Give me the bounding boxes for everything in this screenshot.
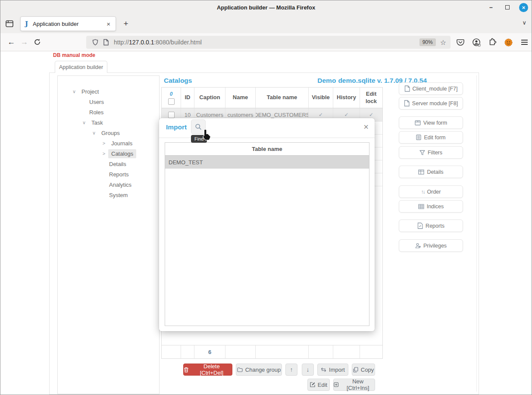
col-header-caption[interactable]: Caption — [194, 88, 225, 108]
import-button[interactable]: Import — [317, 364, 348, 376]
window-title: Application builder — Mozilla Firefox — [217, 4, 315, 11]
tree-label[interactable]: System — [106, 191, 131, 200]
privileges-button[interactable]: Privileges — [399, 239, 463, 252]
browser-tab[interactable]: J Application builder × — [20, 16, 116, 31]
tree-label[interactable]: Groups — [98, 129, 123, 138]
chevron-right-icon[interactable]: > — [101, 141, 107, 146]
tree-label[interactable]: Details — [106, 160, 129, 169]
page-info-icon[interactable] — [103, 39, 109, 46]
maximize-button[interactable] — [503, 3, 512, 12]
back-button[interactable]: ← — [5, 36, 18, 49]
tree-label[interactable]: Project — [78, 87, 102, 96]
menu-icon[interactable] — [519, 38, 529, 47]
chevron-down-icon[interactable]: ∨ — [71, 89, 77, 94]
new-button[interactable]: New [Ctrl+Ins] — [333, 379, 375, 391]
filters-button[interactable]: Filters — [399, 146, 463, 159]
page-content: DB manual mode Application builder ∨ Pro… — [0, 51, 532, 395]
maximize-icon — [505, 5, 510, 9]
reload-button[interactable] — [31, 36, 44, 49]
import-table-row-selected[interactable]: DEMO_TEST — [165, 156, 369, 169]
panel-divider — [476, 75, 477, 392]
zoom-level-badge[interactable]: 90% — [419, 38, 436, 46]
tree-item-task[interactable]: ∨ Task — [81, 118, 106, 127]
close-icon[interactable]: × — [363, 122, 369, 131]
window-titlebar: Application builder — Mozilla Firefox – … — [0, 0, 532, 14]
col-header-history[interactable]: History — [333, 88, 360, 108]
tree-label[interactable]: Users — [86, 97, 107, 107]
forward-button[interactable]: → — [18, 36, 31, 49]
tree-label[interactable]: Roles — [86, 108, 106, 117]
chevron-right-icon[interactable]: > — [101, 151, 107, 156]
indices-button[interactable]: Indices — [399, 200, 463, 213]
addon-icon[interactable] — [504, 38, 513, 47]
chevron-down-icon[interactable]: ∨ — [91, 130, 97, 136]
tree-item-journals[interactable]: > Journals — [101, 139, 135, 147]
tree-item-system[interactable]: System — [106, 191, 131, 199]
arrow-up-icon: ↑ — [290, 366, 293, 373]
edit-button[interactable]: Edit — [307, 379, 330, 391]
extensions-icon[interactable] — [488, 38, 497, 47]
tree-item-users[interactable]: Users — [86, 97, 107, 106]
change-group-button[interactable]: Change group — [236, 364, 282, 376]
pocket-icon[interactable] — [456, 38, 465, 47]
minimize-button[interactable]: – — [486, 3, 496, 12]
side-button-label: Server module [F8] — [412, 100, 458, 107]
bookmark-star-icon[interactable]: ☆ — [440, 38, 446, 47]
app-page-tab[interactable]: Application builder — [55, 61, 107, 73]
import-dialog-title: Import — [166, 123, 187, 131]
col-header-edit-lock[interactable]: Edit lock — [360, 88, 382, 108]
server-module-button[interactable]: Server module [F8] — [399, 97, 463, 110]
copy-button-label: Copy — [361, 367, 374, 373]
url-scheme: http:// — [114, 39, 129, 46]
move-up-button[interactable]: ↑ — [285, 364, 297, 376]
view-form-button[interactable]: View form — [399, 116, 463, 129]
move-down-button[interactable]: ↓ — [302, 364, 314, 376]
url-bar[interactable]: http://127.0.0.1:8080/builder.html 90% ☆ — [86, 36, 451, 49]
tab-favicon: J — [25, 20, 33, 28]
import-table-header[interactable]: Table name — [165, 143, 369, 156]
tree-label-selected[interactable]: Catalogs — [108, 149, 136, 158]
tab-close-icon[interactable]: × — [106, 20, 111, 28]
tree-item-reports[interactable]: Reports — [106, 170, 132, 179]
row-checkbox[interactable] — [168, 112, 175, 118]
tree-label[interactable]: Analytics — [106, 180, 135, 189]
side-button-label: Order — [427, 189, 441, 195]
side-button-label: View form — [423, 120, 447, 126]
firefox-view-icon[interactable] — [5, 19, 14, 28]
side-button-label: Indices — [427, 204, 444, 210]
tab-title: Application builder — [33, 21, 106, 27]
reports-button[interactable]: Reports — [399, 219, 463, 232]
tree-label[interactable]: Reports — [106, 170, 132, 179]
mouse-cursor-pointer — [201, 129, 213, 141]
order-button[interactable]: ↑↓ Order — [399, 185, 463, 198]
delete-button[interactable]: Delete [Ctrl+Del] — [183, 364, 232, 376]
account-icon[interactable] — [472, 38, 481, 47]
col-header-visible[interactable]: Visible — [309, 88, 333, 108]
edit-form-button[interactable]: Edit form — [399, 131, 463, 144]
arrow-down-icon: ↓ — [307, 366, 310, 373]
col-header-id[interactable]: ID — [181, 88, 194, 108]
select-all-checkbox[interactable] — [168, 98, 175, 105]
url-text[interactable]: http://127.0.0.1:8080/builder.html — [114, 39, 419, 46]
tree-item-analytics[interactable]: Analytics — [106, 180, 135, 189]
db-mode-banner: DB manual mode — [53, 52, 95, 58]
details-button[interactable]: Details — [399, 166, 463, 178]
list-tabs-chevron-icon[interactable]: ∨ — [522, 19, 526, 26]
new-tab-button[interactable]: + — [121, 19, 131, 29]
close-window-button[interactable]: × — [519, 3, 528, 12]
shield-icon[interactable] — [92, 39, 99, 46]
nav-toolbar: ← → http://127.0.0.1:8080/builder.html 9… — [0, 33, 532, 51]
col-header-name[interactable]: Name — [225, 88, 256, 108]
client-module-button[interactable]: Client_module [F7] — [399, 82, 463, 95]
tree-label[interactable]: Task — [88, 118, 106, 127]
tree-item-catalogs[interactable]: > Catalogs — [101, 149, 136, 158]
tree-item-details[interactable]: Details — [106, 160, 129, 168]
tree-item-roles[interactable]: Roles — [86, 108, 106, 116]
tree-item-groups[interactable]: ∨ Groups — [91, 129, 123, 137]
col-header-table-name[interactable]: Table name — [256, 88, 309, 108]
copy-button[interactable]: Copy — [352, 364, 375, 376]
side-button-label: Privileges — [423, 243, 447, 249]
chevron-down-icon[interactable]: ∨ — [81, 120, 87, 125]
tree-label[interactable]: Journals — [108, 139, 135, 148]
tree-item-project[interactable]: ∨ Project — [71, 87, 102, 96]
